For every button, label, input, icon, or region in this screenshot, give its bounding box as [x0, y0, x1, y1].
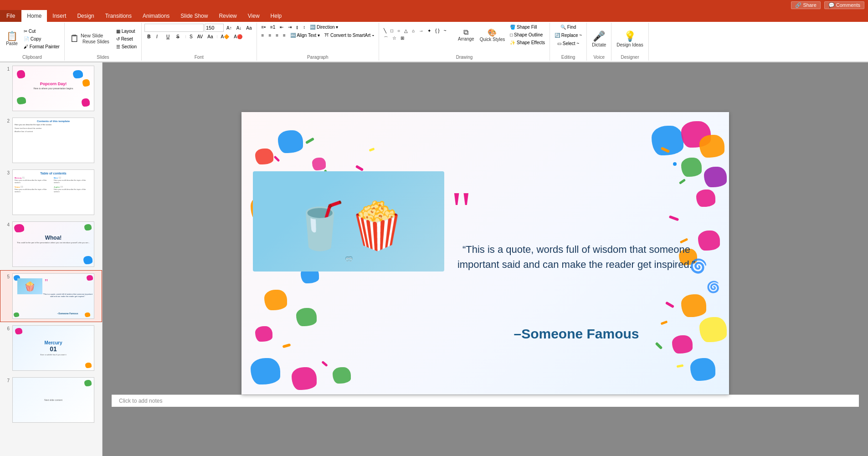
reuse-slides-button[interactable]: Reuse Slides [81, 38, 111, 45]
clear-formatting-button[interactable]: Aa [244, 25, 253, 31]
shape-tool-8[interactable]: { } [433, 27, 441, 34]
increase-font-button[interactable]: A↑ [225, 25, 234, 31]
slide-thumb-7[interactable]: 7 Next slide content [0, 374, 102, 426]
shape-tool-2[interactable]: □ [389, 27, 395, 34]
slide-num-7: 7 [2, 378, 10, 383]
bullets-button[interactable]: ≡• [260, 24, 267, 31]
section-button[interactable]: ☰ Section [114, 43, 139, 50]
format-painter-button[interactable]: 🖌 Format Painter [22, 43, 62, 50]
align-text-button[interactable]: 🔤 Align Text ▾ [288, 32, 322, 39]
layout-button[interactable]: ▦ Layout [114, 28, 139, 35]
quick-styles-button[interactable]: 🎨 Quick Styles [478, 27, 508, 43]
change-case-button[interactable]: Aa [205, 33, 215, 40]
ribbon-content: 📋 Paste ✂ Cut 📄 Copy 🖌 Format Painter Cl… [0, 22, 868, 62]
increase-indent-button[interactable]: ⇥ [286, 24, 293, 31]
new-slide-button[interactable]: 🗒 New Slide Reuse Slides [67, 31, 113, 46]
justify-button[interactable]: ≡ [281, 32, 288, 39]
decrease-indent-button[interactable]: ⇤ [278, 24, 285, 31]
slide-img-1: Popcorn Day! Here is where your presenta… [12, 66, 94, 111]
tab-review[interactable]: Review [213, 10, 242, 22]
shape-tool-4[interactable]: △ [402, 27, 410, 34]
char-spacing-button[interactable]: AV [195, 33, 205, 40]
tab-transitions[interactable]: Transitions [100, 10, 137, 22]
shape-tool-10[interactable]: ⌒ [382, 35, 390, 43]
shape-tool-7[interactable]: ✦ [426, 27, 433, 34]
tab-help[interactable]: Help [265, 10, 288, 22]
line-spacing-button[interactable]: ↕ [301, 24, 307, 31]
shape-tool-1[interactable]: ╲ [382, 27, 388, 34]
replace-button[interactable]: 🔄 Replace ~ [553, 32, 584, 39]
shape-tool-6[interactable]: → [417, 27, 425, 34]
ribbon: File Home Insert Design Transitions Anim… [0, 10, 868, 62]
align-center-button[interactable]: ≡ [267, 32, 273, 39]
tab-slideshow[interactable]: Slide Show [175, 10, 213, 22]
strikethrough-button[interactable]: S [175, 33, 184, 40]
layout-label: Layout [122, 29, 135, 34]
slide-thumb-2[interactable]: 2 Contents of this template Here you can… [0, 114, 102, 166]
group-font: A↑ A↓ Aa B I U S S AV Aa A🔶 A🔴 [142, 23, 257, 61]
italic-button[interactable]: I [154, 33, 164, 40]
numbering-button[interactable]: ≡1 [268, 24, 277, 31]
quick-styles-label: Quick Styles [480, 37, 505, 42]
shape-effects-button[interactable]: ✨ Shape Effects [508, 39, 547, 46]
shape-tool-5[interactable]: ⌂ [410, 27, 416, 34]
drawing-controls: ╲ □ ○ △ ⌂ → ✦ { } ~ ⌒ ☆ ⊞ ⧉ [382, 24, 547, 54]
text-direction-button[interactable]: 🔤 Direction ▾ [308, 24, 340, 31]
slide-img-5: 🍿 " "This is a quote, words full of wisd… [12, 273, 94, 319]
select-button[interactable]: ▭ Select ~ [555, 40, 581, 47]
find-button[interactable]: 🔍 Find [559, 24, 578, 31]
slide-thumb-4[interactable]: 4 Whoa! This could be the part of the pr… [0, 218, 102, 270]
align-right-button[interactable]: ≡ [274, 32, 280, 39]
comments-button[interactable]: 💬 Comments [824, 1, 864, 9]
arrange-label: Arrange [458, 36, 474, 41]
main-slide[interactable]: 🌀 🌀 🥤🍿 🥽 " “This is a quote, words fu [241, 112, 729, 395]
slide-thumb-1[interactable]: 1 Popcorn Day! Here is where your presen… [0, 62, 102, 114]
tab-view[interactable]: View [242, 10, 265, 22]
dictate-button[interactable]: 🎤 Dictate [590, 29, 608, 49]
shape-outline-button[interactable]: □ Shape Outline [508, 31, 547, 38]
notes-area[interactable]: Click to add notes [112, 395, 859, 407]
text-shadow-button[interactable]: S [188, 33, 195, 40]
font-row1: A↑ A↓ Aa [144, 24, 254, 32]
decrease-font-button[interactable]: A↓ [235, 25, 244, 31]
slide-thumb-3[interactable]: 3 Table of contents Mercury 01Here you c… [0, 166, 102, 218]
convert-smartart-button[interactable]: ⛩ Convert to SmartArt ▾ [323, 32, 376, 39]
highlight-button[interactable]: A🔶 [219, 33, 231, 40]
tab-home[interactable]: Home [21, 10, 47, 22]
design-ideas-button[interactable]: 💡 Design Ideas [614, 29, 645, 49]
tab-design[interactable]: Design [72, 10, 99, 22]
shape-tool-3[interactable]: ○ [395, 27, 402, 34]
font-color-button[interactable]: A🔴 [232, 33, 244, 40]
shape-tool-11[interactable]: ☆ [390, 35, 398, 43]
copy-button[interactable]: 📄 Copy [22, 36, 62, 42]
font-separator [185, 35, 186, 38]
shape-effects-label: Shape Effects [517, 40, 545, 45]
slide-thumb-5[interactable]: 5 🍿 " "This is a quote, words full of wi… [0, 270, 102, 322]
font-size-input[interactable] [205, 24, 224, 32]
reset-button[interactable]: ↺ Reset [114, 36, 139, 42]
para-row2: ≡ ≡ ≡ ≡ 🔤 Align Text ▾ ⛩ Convert to Smar… [260, 32, 376, 39]
reset-label: Reset [121, 36, 133, 41]
app-top-bar: 🔗 Share 💬 Comments [0, 0, 868, 10]
share-button[interactable]: 🔗 Share [791, 1, 820, 9]
align-left-button[interactable]: ≡ [260, 32, 266, 39]
shape-fill-button[interactable]: 🪣 Shape Fill [508, 24, 547, 31]
paste-button[interactable]: 📋 Paste [3, 30, 21, 47]
shape-tool-9[interactable]: ~ [442, 27, 448, 34]
tab-insert[interactable]: Insert [47, 10, 72, 22]
shape-tool-more[interactable]: ⊞ [399, 35, 406, 43]
tab-file[interactable]: File [0, 10, 21, 22]
slide-img-3: Table of contents Mercury 01Here you cou… [12, 169, 94, 215]
underline-button[interactable]: U [164, 33, 174, 40]
slide-num-6: 6 [2, 326, 10, 331]
font-name-input[interactable] [144, 24, 204, 32]
group-slides: 🗒 New Slide Reuse Slides ▦ Layout ↺ Rese… [65, 23, 142, 61]
slide-thumb-6[interactable]: 6 Mercury 01 Even a subtitle has if you … [0, 322, 102, 374]
cut-button[interactable]: ✂ Cut [22, 28, 62, 35]
slide-layout-btns: ▦ Layout ↺ Reset ☰ Section [114, 28, 139, 50]
columns-button[interactable]: ⫿ [294, 24, 300, 31]
bold-button[interactable]: B [144, 33, 154, 40]
arrange-button[interactable]: ⧉ Arrange [456, 27, 477, 43]
comments-label: Comments [836, 2, 860, 8]
tab-animations[interactable]: Animations [137, 10, 175, 22]
